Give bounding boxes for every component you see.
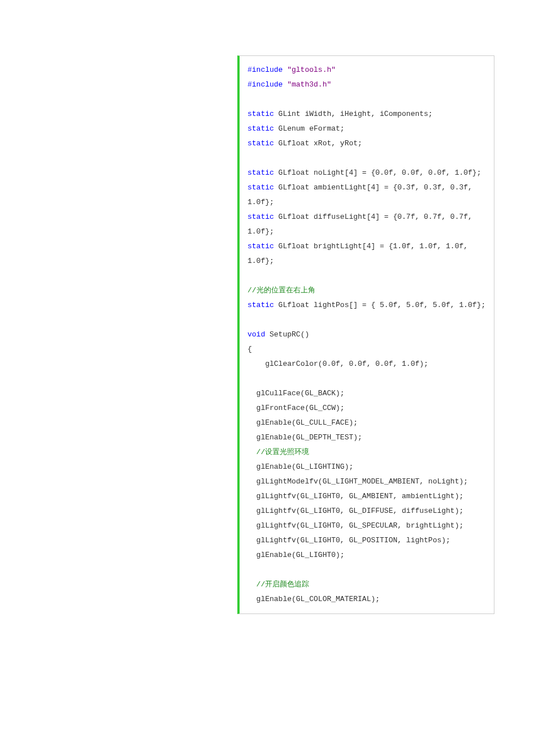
code-line: static GLint iWidth, iHeight, iComponent… (248, 107, 486, 122)
code-token: glFrontFace(GL_CCW); (248, 404, 345, 412)
code-line: void SetupRC() (248, 327, 486, 342)
code-line: glLightfv(GL_LIGHT0, GL_AMBIENT, ambient… (248, 489, 486, 504)
code-token: #include (248, 66, 287, 74)
code-line (248, 563, 486, 577)
code-line: static GLfloat lightPos[] = { 5.0f, 5.0f… (248, 298, 486, 313)
code-line: static GLfloat brightLight[4] = {1.0f, 1… (248, 239, 486, 269)
code-token: GLint iWidth, iHeight, iComponents; (274, 110, 433, 118)
code-line: //开启颜色追踪 (248, 577, 486, 592)
code-line: { (248, 342, 486, 357)
code-token: static (248, 242, 274, 250)
code-token (248, 316, 252, 324)
code-line: glLightModelfv(GL_LIGHT_MODEL_AMBIENT, n… (248, 474, 486, 489)
code-token: glLightfv(GL_LIGHT0, GL_DIFFUSE, diffuse… (248, 507, 463, 515)
code-token: glEnable(GL_CULL_FACE); (248, 418, 358, 427)
code-token: static (248, 183, 274, 192)
code-token: GLenum eFormat; (274, 124, 345, 133)
code-token: glCullFace(GL_BACK); (248, 389, 345, 398)
code-token: #include (248, 80, 287, 89)
code-token: glClearColor(0.0f, 0.0f, 0.0f, 1.0f); (248, 360, 428, 368)
code-line (248, 92, 486, 107)
code-line: glLightfv(GL_LIGHT0, GL_POSITION, lightP… (248, 533, 486, 548)
code-line: static GLenum eFormat; (248, 122, 486, 136)
code-line: glLightfv(GL_LIGHT0, GL_SPECULAR, bright… (248, 519, 486, 533)
code-token: glLightfv(GL_LIGHT0, GL_SPECULAR, bright… (248, 521, 463, 530)
code-line: //光的位置在右上角 (248, 283, 486, 298)
code-token: glEnable(GL_LIGHTING); (248, 463, 353, 471)
code-token: GLfloat brightLight[4] = {1.0f, 1.0f, 1.… (248, 242, 472, 265)
code-token (248, 374, 252, 383)
code-line: #include "math3d.h" (248, 77, 486, 92)
code-line: static GLfloat xRot, yRot; (248, 136, 486, 151)
code-token: glEnable(GL_DEPTH_TEST); (248, 433, 362, 442)
code-line (248, 371, 486, 386)
code-token: GLfloat ambientLight[4] = {0.3f, 0.3f, 0… (248, 183, 477, 206)
code-token: //开启颜色追踪 (257, 580, 310, 589)
code-token: { (248, 345, 252, 353)
code-line: glEnable(GL_CULL_FACE); (248, 416, 486, 430)
code-token (248, 95, 252, 103)
code-line: #include "gltools.h" (248, 63, 486, 77)
code-token: GLfloat noLight[4] = {0.0f, 0.0f, 0.0f, … (274, 169, 481, 177)
code-line: glEnable(GL_LIGHT0); (248, 548, 486, 563)
code-token: SetupRC() (265, 330, 309, 339)
code-token: static (248, 110, 274, 118)
code-token (248, 580, 257, 589)
code-line: static GLfloat ambientLight[4] = {0.3f, … (248, 180, 486, 210)
code-line: glLightfv(GL_LIGHT0, GL_DIFFUSE, diffuse… (248, 504, 486, 519)
code-line (248, 313, 486, 327)
code-token: GLfloat xRot, yRot; (274, 139, 362, 148)
code-line: glClearColor(0.0f, 0.0f, 0.0f, 1.0f); (248, 357, 486, 371)
code-token (248, 154, 252, 162)
code-line: static GLfloat diffuseLight[4] = {0.7f, … (248, 210, 486, 239)
code-token: //光的位置在右上角 (248, 286, 315, 295)
code-token: glLightfv(GL_LIGHT0, GL_POSITION, lightP… (248, 536, 450, 545)
code-token: GLfloat diffuseLight[4] = {0.7f, 0.7f, 0… (248, 213, 477, 236)
code-line: static GLfloat noLight[4] = {0.0f, 0.0f,… (248, 166, 486, 180)
code-token: void (248, 330, 265, 339)
code-token: static (248, 169, 274, 177)
code-line (248, 151, 486, 166)
code-line: glEnable(GL_LIGHTING); (248, 460, 486, 474)
code-token (248, 565, 252, 574)
code-token: GLfloat lightPos[] = { 5.0f, 5.0f, 5.0f,… (274, 301, 485, 309)
code-token: static (248, 213, 274, 221)
code-line: glEnable(GL_COLOR_MATERIAL); (248, 592, 486, 607)
code-token: //设置光照环境 (257, 448, 310, 456)
code-token (248, 271, 252, 280)
code-token (248, 448, 257, 456)
code-token: glLightfv(GL_LIGHT0, GL_AMBIENT, ambient… (248, 492, 463, 500)
code-token: glLightModelfv(GL_LIGHT_MODEL_AMBIENT, n… (248, 477, 468, 486)
code-block: #include "gltools.h"#include "math3d.h" … (237, 55, 494, 614)
code-line: glFrontFace(GL_CCW); (248, 401, 486, 416)
code-line: glEnable(GL_DEPTH_TEST); (248, 430, 486, 445)
code-token: glEnable(GL_LIGHT0); (248, 551, 345, 559)
code-token: static (248, 124, 274, 133)
code-line: glCullFace(GL_BACK); (248, 386, 486, 401)
code-token: "math3d.h" (287, 80, 331, 89)
code-token: static (248, 139, 274, 148)
code-line: //设置光照环境 (248, 445, 486, 460)
code-token: glEnable(GL_COLOR_MATERIAL); (248, 595, 380, 603)
code-token: "gltools.h" (287, 66, 336, 74)
code-token: static (248, 301, 274, 309)
code-line (248, 269, 486, 283)
